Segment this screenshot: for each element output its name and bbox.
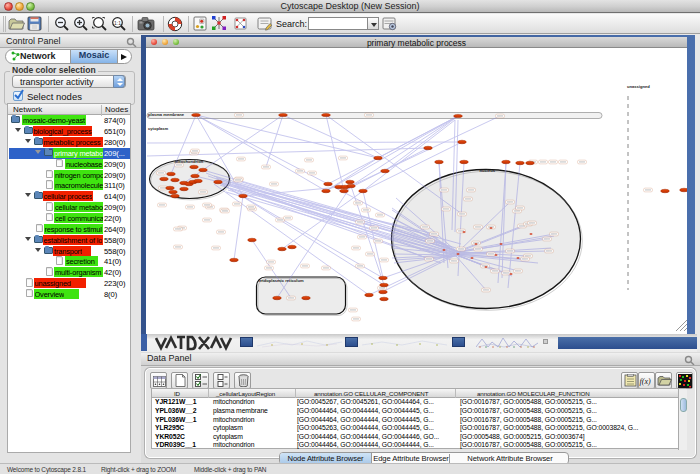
svg-text:endoplasmic reticulum: endoplasmic reticulum xyxy=(259,278,304,283)
svg-text:cytoplasm: cytoplasm xyxy=(148,126,169,131)
svg-text:f(x): f(x) xyxy=(640,377,651,386)
svg-text:1:1: 1:1 xyxy=(114,20,121,26)
svg-text:plasma membrane: plasma membrane xyxy=(148,112,185,117)
svg-text:unassigned: unassigned xyxy=(627,84,650,89)
svg-text:nucleus: nucleus xyxy=(480,168,496,173)
